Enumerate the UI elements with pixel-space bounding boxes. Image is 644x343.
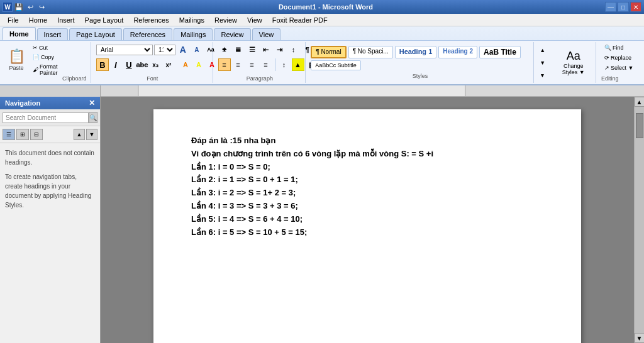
paste-button[interactable]: 📋 Paste: [5, 43, 28, 76]
align-right-button[interactable]: ≡: [246, 58, 258, 71]
text-effects-button[interactable]: A: [179, 58, 192, 71]
line-spacing-button[interactable]: ↕: [278, 58, 291, 71]
maximize-button[interactable]: □: [618, 2, 629, 12]
menu-review[interactable]: Review: [209, 15, 242, 25]
style-subtitle[interactable]: AaBbCc Subtitle: [311, 60, 361, 70]
nav-ruler: [0, 85, 101, 97]
font-shrink-button[interactable]: A: [191, 43, 203, 56]
menu-view[interactable]: View: [242, 15, 267, 25]
main-layout: Navigation ✕ 🔍 ☰ ⊞ ⊟ ▲ ▼ This document d…: [0, 97, 644, 343]
sort-button[interactable]: ↕: [287, 43, 300, 56]
align-center-button[interactable]: ≡: [232, 58, 245, 71]
nav-sort-buttons: ▲ ▼: [74, 129, 97, 140]
change-styles-label: Change Styles ▼: [555, 63, 592, 75]
tab-mailings[interactable]: Mailings: [174, 28, 213, 40]
close-button[interactable]: ✕: [630, 2, 641, 12]
select-button[interactable]: ↗ Select ▼: [601, 63, 636, 72]
menu-home[interactable]: Home: [24, 15, 52, 25]
paragraph-group-label: Paragraph: [218, 74, 302, 82]
menu-page-layout[interactable]: Page Layout: [80, 15, 129, 25]
document-page[interactable]: Đáp án là :15 nha bạnVi đoạn chương trìn…: [153, 109, 581, 343]
font-group-label: Font: [96, 74, 209, 82]
menu-insert[interactable]: Insert: [52, 15, 80, 25]
superscript-button[interactable]: x²: [162, 58, 175, 71]
quick-access-2[interactable]: ↩: [25, 2, 35, 12]
bullets-button[interactable]: ≡: [218, 43, 231, 56]
navigation-search-button[interactable]: 🔍: [89, 112, 97, 123]
menu-file[interactable]: File: [3, 15, 24, 25]
underline-button[interactable]: U: [123, 58, 135, 71]
change-styles-button[interactable]: Aa Change Styles ▼: [555, 50, 592, 75]
quick-access-3[interactable]: ↪: [36, 2, 47, 12]
bold-button[interactable]: B: [96, 58, 109, 71]
scroll-down-button[interactable]: ▼: [635, 333, 645, 343]
format-painter-button[interactable]: 🖌 Format Painter: [30, 62, 61, 77]
tab-review[interactable]: Review: [214, 28, 250, 40]
menu-foxit[interactable]: Foxit Reader PDF: [267, 15, 333, 25]
nav-no-headings-msg: This document does not contain headings.: [5, 148, 95, 167]
ribbon-content: 📋 Paste ✂ Cut 📄 Copy 🖌 Format Painter Cl…: [0, 40, 644, 84]
tab-references[interactable]: References: [123, 28, 172, 40]
paste-label: Paste: [9, 65, 23, 71]
text-highlight-button[interactable]: A: [192, 58, 205, 71]
document-area[interactable]: Đáp án là :15 nha bạnVi đoạn chương trìn…: [101, 97, 634, 343]
nav-view-list-button[interactable]: ☰: [3, 129, 15, 140]
multilevel-button[interactable]: ☰: [246, 43, 258, 56]
navigation-close-button[interactable]: ✕: [89, 99, 95, 107]
alignment-buttons: ≡ ≡ ≡ ≡ ↕ ▲ ▦: [218, 58, 318, 71]
window-title: Document1 - Microsoft Word: [47, 3, 605, 11]
document-line: Lần 6: i = 5 => S = 10 + 5 = 15;: [191, 226, 543, 239]
styles-scroll-up[interactable]: ▲: [536, 44, 549, 57]
replace-button[interactable]: ⟳ Replace: [601, 53, 635, 62]
font-name-row: Arial 11.5 A A Aa ✦: [96, 43, 231, 56]
ribbon: Home Insert Page Layout References Maili…: [0, 26, 644, 85]
scroll-thumb[interactable]: [636, 113, 643, 138]
ribbon-group-font: Arial 11.5 A A Aa ✦ B I U abc x₂ x² A A: [92, 42, 213, 83]
nav-view-page-button[interactable]: ⊟: [30, 129, 43, 140]
font-size-select[interactable]: 11.5: [154, 45, 175, 55]
nav-sort-up-button[interactable]: ▲: [74, 129, 85, 140]
font-grow-button[interactable]: A: [177, 43, 189, 56]
numbering-button[interactable]: ≣: [232, 43, 245, 56]
clipboard-small-buttons: ✂ Cut 📄 Copy 🖌 Format Painter: [30, 43, 61, 77]
styles-scroll-down[interactable]: ▼: [536, 57, 549, 69]
document-line: Lần 5: i = 4 => S = 6 + 4 = 10;: [191, 213, 543, 226]
italic-button[interactable]: I: [109, 58, 122, 71]
cut-button[interactable]: ✂ Cut: [30, 43, 61, 52]
nav-sort-down-button[interactable]: ▼: [86, 129, 97, 140]
tab-insert[interactable]: Insert: [37, 28, 69, 40]
decrease-indent-button[interactable]: ⇤: [260, 43, 272, 56]
style-normal[interactable]: ¶ Normal: [311, 46, 346, 58]
navigation-search-input[interactable]: [3, 112, 89, 123]
minimize-button[interactable]: —: [605, 2, 616, 12]
scroll-up-button[interactable]: ▲: [635, 97, 645, 107]
window-controls: — □ ✕: [605, 2, 641, 12]
tab-view[interactable]: View: [252, 28, 281, 40]
scroll-track[interactable]: [635, 107, 644, 333]
quick-access-1[interactable]: 💾: [14, 2, 24, 12]
strikethrough-button[interactable]: abc: [136, 58, 148, 71]
font-name-select[interactable]: Arial: [96, 45, 153, 55]
tab-home[interactable]: Home: [3, 27, 36, 40]
navigation-header: Navigation ✕: [0, 97, 100, 109]
copy-button[interactable]: 📄 Copy: [30, 53, 61, 62]
styles-group-label: Styles: [311, 72, 529, 79]
shading-button[interactable]: ▲: [292, 58, 304, 71]
justify-button[interactable]: ≡: [260, 58, 272, 71]
style-heading1[interactable]: Heading 1: [395, 46, 437, 58]
increase-indent-button[interactable]: ⇥: [274, 43, 286, 56]
document-line: Đáp án là :15 nha bạn: [191, 134, 543, 148]
menu-mailings[interactable]: Mailings: [174, 15, 209, 25]
editing-group-label: Editing: [601, 74, 619, 82]
style-heading2[interactable]: Heading 2: [438, 46, 477, 58]
style-title[interactable]: AaB Title: [479, 46, 521, 58]
list-buttons: ≡ ≣ ☰ ⇤ ⇥ ↕ ¶: [218, 43, 314, 56]
find-button[interactable]: 🔍 Find: [601, 43, 627, 52]
tab-page-layout[interactable]: Page Layout: [69, 28, 122, 40]
subscript-button[interactable]: x₂: [149, 58, 162, 71]
styles-more[interactable]: ▾: [536, 69, 549, 82]
align-left-button[interactable]: ≡: [218, 58, 231, 71]
menu-references[interactable]: References: [128, 15, 174, 25]
nav-view-grid-button[interactable]: ⊞: [16, 129, 29, 140]
style-no-spacing[interactable]: ¶ No Spaci...: [348, 46, 393, 58]
